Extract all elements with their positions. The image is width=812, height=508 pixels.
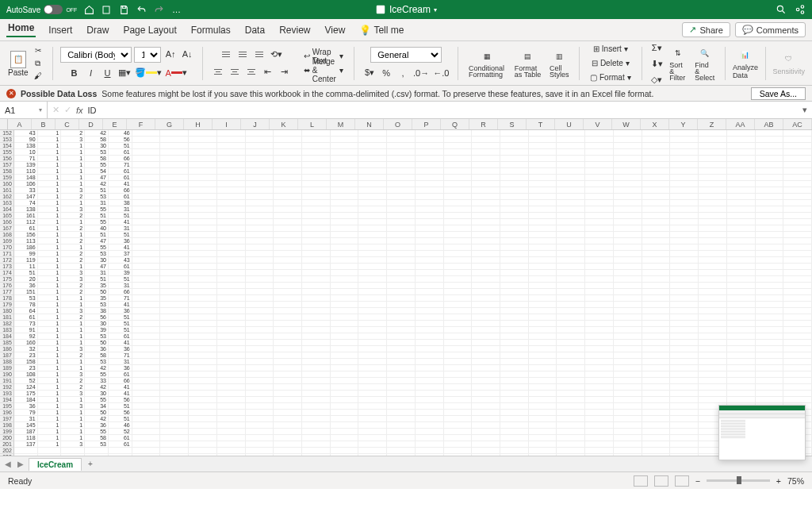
- cell[interactable]: [614, 302, 642, 308]
- cell[interactable]: [756, 251, 784, 257]
- cell[interactable]: [557, 391, 585, 397]
- cell[interactable]: [472, 156, 500, 162]
- cell[interactable]: [472, 371, 500, 378]
- cell[interactable]: 1: [38, 194, 62, 200]
- cell[interactable]: [444, 435, 473, 441]
- cell[interactable]: 90: [14, 137, 38, 143]
- spreadsheet-grid[interactable]: ABCDEFGHIJKLMNOPQRSTUVWXYZAAABAC 1524312…: [0, 119, 812, 456]
- cell[interactable]: [331, 429, 359, 435]
- column-header[interactable]: B: [32, 119, 56, 129]
- cell[interactable]: [699, 289, 727, 295]
- cell[interactable]: [614, 410, 642, 416]
- cell[interactable]: [274, 429, 302, 435]
- cell[interactable]: [529, 213, 557, 219]
- cell[interactable]: 1: [38, 384, 62, 391]
- cell[interactable]: 23: [14, 352, 38, 359]
- cell[interactable]: [670, 149, 699, 156]
- cell[interactable]: 1: [38, 435, 62, 441]
- cell[interactable]: [699, 365, 727, 371]
- cell[interactable]: [246, 283, 274, 289]
- cell[interactable]: [358, 270, 387, 276]
- cell[interactable]: 1: [38, 314, 62, 321]
- cell[interactable]: [302, 371, 331, 378]
- cell[interactable]: 32: [14, 346, 38, 352]
- cell[interactable]: [189, 270, 217, 276]
- cell[interactable]: [642, 397, 671, 403]
- cell[interactable]: [416, 251, 444, 257]
- cell[interactable]: [358, 302, 387, 308]
- cell[interactable]: [132, 289, 161, 295]
- cell[interactable]: [444, 219, 473, 225]
- cell[interactable]: [500, 283, 529, 289]
- cell[interactable]: [358, 359, 387, 365]
- cell[interactable]: [614, 308, 642, 314]
- cell[interactable]: [274, 454, 302, 456]
- cell[interactable]: [358, 130, 387, 137]
- cell[interactable]: 53: [14, 295, 38, 302]
- cell[interactable]: [585, 283, 614, 289]
- cell[interactable]: [331, 359, 359, 365]
- cell[interactable]: [160, 283, 189, 289]
- cell[interactable]: [274, 175, 302, 181]
- cell[interactable]: [642, 327, 671, 333]
- cell[interactable]: [585, 238, 614, 244]
- cell[interactable]: [358, 137, 387, 143]
- cell[interactable]: 39: [109, 270, 132, 276]
- cell[interactable]: 3: [61, 441, 85, 448]
- cell[interactable]: [783, 168, 812, 175]
- cell[interactable]: 71: [109, 352, 132, 359]
- cell[interactable]: [529, 378, 557, 384]
- cell[interactable]: 1: [38, 156, 62, 162]
- cell[interactable]: [160, 162, 189, 168]
- cell[interactable]: [189, 238, 217, 244]
- cell[interactable]: 30: [85, 391, 109, 397]
- row-header[interactable]: 182: [0, 321, 14, 327]
- merge-center-button[interactable]: ⬌ Merge & Center ▾: [301, 64, 347, 78]
- cell[interactable]: [557, 448, 585, 454]
- cell[interactable]: 2: [61, 283, 85, 289]
- cell[interactable]: [387, 314, 416, 321]
- cell[interactable]: [472, 346, 500, 352]
- cell[interactable]: [331, 410, 359, 416]
- cell[interactable]: [189, 264, 217, 270]
- cell[interactable]: [160, 448, 189, 454]
- cell[interactable]: [727, 257, 756, 264]
- cell[interactable]: 1: [38, 378, 62, 384]
- cell[interactable]: 56: [109, 410, 132, 416]
- cell[interactable]: [274, 168, 302, 175]
- cell[interactable]: 1: [61, 244, 85, 251]
- comma-icon[interactable]: ,: [396, 66, 410, 80]
- cell[interactable]: [132, 454, 161, 456]
- cell[interactable]: [585, 435, 614, 441]
- cell[interactable]: [614, 244, 642, 251]
- cell[interactable]: [500, 289, 529, 295]
- cell[interactable]: [246, 410, 274, 416]
- cell[interactable]: [302, 175, 331, 181]
- cell[interactable]: [189, 168, 217, 175]
- redo-icon[interactable]: [153, 4, 164, 15]
- cell[interactable]: [387, 371, 416, 378]
- cell[interactable]: [783, 327, 812, 333]
- cell[interactable]: 2: [61, 225, 85, 232]
- cell[interactable]: [585, 156, 614, 162]
- cell[interactable]: 139: [14, 162, 38, 168]
- cell[interactable]: [160, 213, 189, 219]
- cell[interactable]: [274, 416, 302, 422]
- cell[interactable]: [444, 441, 473, 448]
- cell[interactable]: 2: [61, 238, 85, 244]
- cell[interactable]: [331, 321, 359, 327]
- cell[interactable]: [302, 448, 331, 454]
- cell[interactable]: [756, 302, 784, 308]
- cell[interactable]: [217, 257, 246, 264]
- cell[interactable]: [472, 454, 500, 456]
- cell[interactable]: [472, 137, 500, 143]
- cell[interactable]: [529, 181, 557, 187]
- cell[interactable]: [783, 359, 812, 365]
- cell[interactable]: 51: [109, 321, 132, 327]
- cell[interactable]: [500, 422, 529, 429]
- zoom-out-button[interactable]: −: [695, 476, 700, 486]
- cell[interactable]: 1: [38, 346, 62, 352]
- cell[interactable]: [585, 454, 614, 456]
- cell[interactable]: [444, 238, 473, 244]
- cell[interactable]: 1: [38, 200, 62, 206]
